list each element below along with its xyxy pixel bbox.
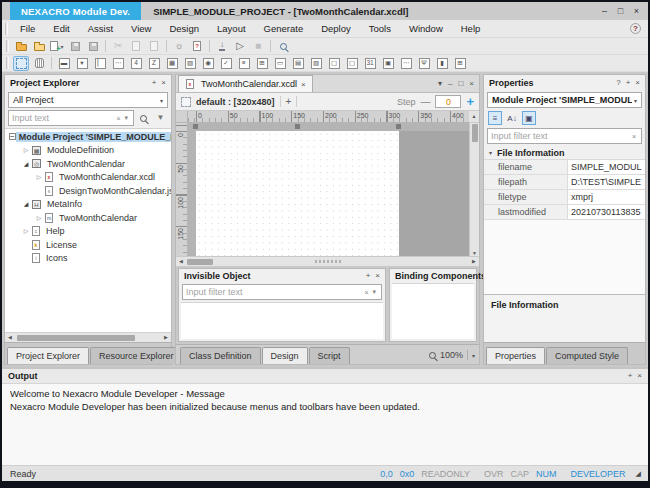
selection-handle[interactable] [193, 124, 198, 129]
radio-component-button[interactable]: ◉ [200, 56, 216, 71]
popupdiv-component-button[interactable]: ▢ [326, 56, 342, 71]
prop-categorized-button[interactable]: ≡ [488, 111, 502, 125]
button-component-button[interactable]: ▬ [56, 56, 72, 71]
menu-view[interactable]: View [122, 20, 160, 38]
property-section-header[interactable]: ▾ File Information [484, 146, 645, 160]
close-tab-icon[interactable]: × [301, 80, 306, 89]
close-icon[interactable]: × [635, 79, 640, 87]
pagecontrol-component-button[interactable]: ▢ [344, 56, 360, 71]
help-icon[interactable]: ? [630, 23, 641, 34]
property-value-cell[interactable]: D:\TEST\SIMPLE [568, 175, 645, 189]
document-tab[interactable]: x TwoMonthCalendar.xcdl × [178, 75, 313, 92]
tree-item[interactable]: ◢◎TwoMonthCalendar [5, 157, 171, 171]
property-row[interactable]: lastmodified20210730113835 [484, 205, 645, 220]
scroll-right-icon[interactable]: ▶ [161, 335, 171, 340]
calendar-component-button[interactable]: 31 [362, 56, 378, 71]
splitter-handle[interactable] [315, 260, 341, 263]
property-row[interactable]: filetypexmprj [484, 190, 645, 205]
expand-icon[interactable]: ▷ [21, 147, 31, 153]
clear-icon[interactable]: × [362, 289, 370, 296]
step-increase-button[interactable]: + [466, 95, 474, 108]
chevron-down-icon[interactable]: ▾ [60, 43, 63, 50]
scroll-left-icon[interactable]: ◀ [176, 259, 186, 264]
scrollbar-thumb[interactable] [187, 259, 213, 265]
expand-icon[interactable]: ▷ [34, 215, 44, 221]
properties-filter-input[interactable] [491, 131, 630, 141]
menu-design[interactable]: Design [160, 20, 208, 38]
expand-icon[interactable]: ▷ [21, 228, 31, 234]
tree-item[interactable]: ▷▦ModuleDefinition [5, 144, 171, 158]
tree-item[interactable]: ◢HMetaInfo [5, 198, 171, 212]
add-layout-button[interactable]: + [286, 96, 292, 107]
tab-computed-style[interactable]: Computed Style [546, 347, 628, 364]
minimize-button[interactable]: – [598, 5, 611, 18]
plugin-component-button[interactable]: Ψ [416, 56, 432, 71]
quick-view-button[interactable]: ▷ [232, 39, 248, 54]
property-value-cell[interactable]: xmprj [568, 190, 645, 204]
property-value-cell[interactable]: SIMPLE_MODUL [568, 160, 645, 174]
filter-button[interactable]: ▼ [153, 111, 168, 126]
scroll-right-icon[interactable]: ▶ [469, 259, 479, 264]
pin-icon[interactable]: + [628, 372, 633, 380]
tab-class-definition[interactable]: Class Definition [180, 347, 261, 364]
pin-icon[interactable]: + [626, 79, 631, 87]
dataset-component-button[interactable]: ▮ [434, 56, 450, 71]
chevron-down-icon[interactable]: ▾ [370, 288, 378, 296]
invisible-object-filter-input[interactable] [186, 287, 362, 297]
menu-assist[interactable]: Assist [79, 20, 122, 38]
invisible-object-list[interactable] [181, 302, 383, 339]
canvas-vertical-scrollbar[interactable]: ▼ [469, 123, 479, 256]
div-component-button[interactable]: ▧ [182, 56, 198, 71]
tab-list-icon[interactable]: ▾ [438, 80, 442, 88]
tree-horizontal-scrollbar[interactable]: ◀ ▶ [5, 332, 171, 342]
menu-edit[interactable]: Edit [44, 20, 78, 38]
tree-item[interactable]: −Module Project 'SIMPLE_MODULE_PROJEC [5, 130, 171, 144]
property-row[interactable]: filepathD:\TEST\SIMPLE [484, 175, 645, 190]
layout-label[interactable]: default : [320x480] [196, 97, 275, 107]
chevron-down-icon[interactable]: ▾ [122, 114, 130, 122]
menu-deploy[interactable]: Deploy [312, 20, 360, 38]
tab-design[interactable]: Design [262, 347, 308, 364]
collapse-icon[interactable]: ◢ [21, 161, 31, 167]
design-viewport[interactable] [188, 123, 469, 256]
expand-icon[interactable]: ▷ [34, 174, 44, 180]
progressbar-component-button[interactable]: ▭ [272, 56, 288, 71]
tree-item[interactable]: iIcons [5, 252, 171, 266]
listbox-component-button[interactable]: ≡ [236, 56, 252, 71]
imageviewer-component-button[interactable]: ▣ [380, 56, 396, 71]
resize-grip[interactable]: ◢ [636, 470, 641, 477]
selection-handle[interactable] [295, 124, 300, 129]
combo-component-button[interactable]: ▾ [74, 56, 90, 71]
step-decrease-button[interactable]: — [420, 96, 430, 107]
tree-item[interactable]: ▷mTwoMonthCalendar [5, 211, 171, 225]
tree-item[interactable]: sDesignTwoMonthCalendar.js [5, 184, 171, 198]
select-tool-button[interactable] [13, 56, 29, 71]
close-icon[interactable]: × [375, 272, 380, 280]
open-file-button[interactable] [31, 39, 47, 54]
static-component-button[interactable]: Z [146, 56, 162, 71]
prop-sort-az-button[interactable]: A↓ [505, 111, 519, 125]
step-value-input[interactable]: 0 [435, 95, 461, 108]
output-log[interactable]: Welcome to Nexacro Module Developer - Me… [2, 383, 648, 465]
close-icon[interactable]: × [637, 372, 642, 380]
launch-browser-button[interactable] [275, 39, 291, 54]
close-button[interactable]: × [630, 5, 643, 18]
hand-tool-button[interactable] [31, 56, 47, 71]
edit-component-button[interactable]: ▏ [92, 56, 108, 71]
search-input[interactable] [12, 113, 114, 123]
checkbox-component-button[interactable]: ✓ [218, 56, 234, 71]
menu-generate[interactable]: Generate [255, 20, 313, 38]
layout-component-button[interactable]: ⊞ [452, 56, 468, 71]
generate-button[interactable]: ☼ [171, 39, 187, 54]
scroll-left-icon[interactable]: ◀ [5, 335, 15, 340]
clear-icon[interactable]: × [630, 133, 638, 140]
property-target-dropdown[interactable]: Module Project 'SIMPLE_MODULE_PROJE ▾ [487, 92, 642, 108]
menu-file[interactable]: File [11, 20, 44, 38]
deploy-button[interactable]: ↓ [214, 39, 230, 54]
scroll-up-icon[interactable]: ▲ [469, 111, 479, 123]
zoom-in-icon[interactable] [429, 352, 436, 359]
pin-icon[interactable]: + [152, 79, 157, 87]
new-file-button[interactable]: +▾ [49, 39, 65, 54]
textarea-component-button[interactable]: 4 [128, 56, 144, 71]
divref-component-button[interactable]: ▨ [308, 56, 324, 71]
